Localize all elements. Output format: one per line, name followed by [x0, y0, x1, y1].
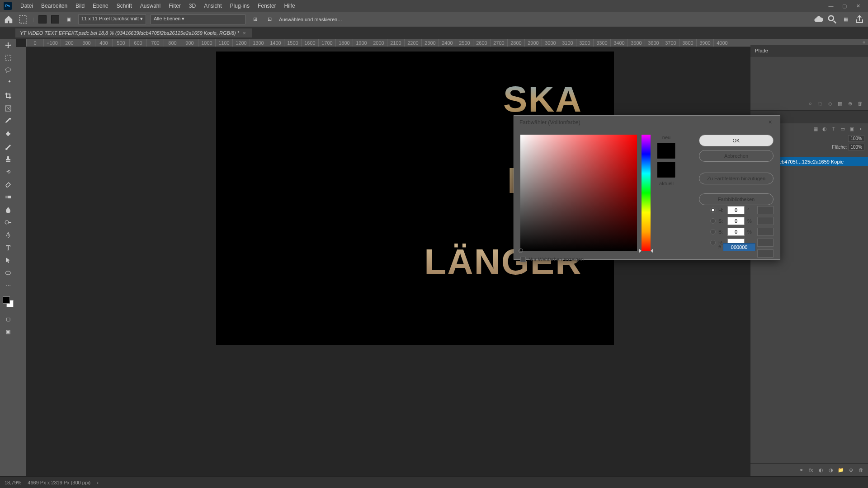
marquee-tool[interactable] — [2, 52, 14, 63]
new-layer-icon[interactable]: ⊕ — [847, 466, 854, 474]
type-tool[interactable] — [2, 242, 14, 253]
window-maximize[interactable]: ▢ — [838, 1, 851, 10]
filter-shape-icon[interactable]: ▭ — [839, 125, 846, 132]
stamp-tool[interactable] — [2, 154, 14, 164]
current-color-swatch[interactable] — [657, 162, 676, 178]
sample-size-dropdown[interactable]: 11 x 11 Pixel Durchschnitt ▾ — [78, 14, 146, 24]
hex-input[interactable] — [723, 243, 755, 251]
menu-filter[interactable]: Filter — [165, 3, 185, 9]
adjustment-icon[interactable]: ◑ — [827, 466, 835, 474]
home-icon[interactable] — [4, 14, 14, 24]
shape-tool[interactable] — [2, 267, 14, 278]
diamond-icon[interactable]: ◇ — [826, 100, 834, 107]
zoom-level[interactable]: 18,79% — [5, 480, 21, 485]
field-d[interactable] — [757, 239, 774, 247]
delete-icon[interactable]: 🗑 — [857, 466, 864, 474]
color-swatches[interactable] — [3, 296, 14, 307]
link-icon[interactable]: ⚭ — [797, 466, 805, 474]
hue-input[interactable] — [727, 206, 745, 214]
field-b[interactable] — [757, 217, 774, 225]
menu-fenster[interactable]: Fenster — [254, 3, 280, 9]
workspace-icon[interactable]: ▦ — [841, 14, 851, 24]
screenmode-tool[interactable]: ▣ — [2, 326, 14, 337]
heal-tool[interactable] — [2, 128, 14, 139]
sv-marker[interactable] — [519, 249, 523, 253]
field-a[interactable] — [757, 206, 774, 214]
mask-from-path-icon[interactable]: ▦ — [836, 100, 844, 107]
path-select-tool[interactable] — [2, 255, 14, 266]
menu-schrift[interactable]: Schrift — [113, 3, 136, 9]
mask-icon[interactable]: ◐ — [817, 466, 825, 474]
dialog-close-icon[interactable]: ✕ — [765, 118, 774, 127]
filter-pixel-icon[interactable]: ▦ — [812, 125, 819, 132]
cancel-button[interactable]: Abbrechen — [699, 150, 774, 162]
share-icon[interactable] — [854, 14, 864, 24]
folder-icon[interactable]: 📁 — [837, 466, 844, 474]
red-radio[interactable] — [710, 240, 716, 245]
quickmask-tool[interactable]: ▢ — [2, 314, 14, 324]
saturation-radio[interactable] — [710, 218, 716, 224]
window-minimize[interactable]: — — [825, 1, 837, 10]
search-icon[interactable] — [827, 14, 837, 24]
ok-button[interactable]: OK — [699, 135, 774, 146]
panel-collapse-bar[interactable]: « — [750, 39, 868, 45]
color-libraries-button[interactable]: Farbbibliotheken — [699, 193, 774, 205]
saturation-value-field[interactable] — [520, 135, 637, 251]
marquee-icon[interactable] — [18, 14, 28, 24]
field-c[interactable] — [757, 228, 774, 236]
add-selection-icon[interactable] — [51, 15, 59, 23]
brightness-radio[interactable] — [710, 229, 716, 235]
menu-3d[interactable]: 3D — [185, 3, 200, 9]
blur-tool[interactable] — [2, 204, 14, 215]
sample-layers-dropdown[interactable]: Alle Ebenen ▾ — [151, 14, 245, 24]
dialog-titlebar[interactable]: Farbwähler (Volltonfarbe) ✕ — [514, 116, 780, 129]
filter-smart-icon[interactable]: ▣ — [848, 125, 855, 132]
filter-adj-icon[interactable]: ◐ — [821, 125, 828, 132]
circle-icon[interactable]: ○ — [807, 100, 814, 107]
hue-slider-handle[interactable] — [639, 249, 653, 253]
status-arrow-icon[interactable]: › — [97, 480, 99, 485]
pen-tool[interactable] — [2, 230, 14, 240]
hand-tool[interactable]: ⋯ — [2, 280, 14, 291]
document-tab-close-icon[interactable]: × — [243, 30, 245, 36]
menu-hilfe[interactable]: Hilfe — [280, 3, 299, 9]
paths-panel-tab[interactable]: Pfade — [750, 45, 868, 56]
frame-tool[interactable] — [2, 103, 14, 114]
eyedropper-tool[interactable] — [2, 116, 14, 127]
gradient-tool[interactable] — [2, 192, 14, 202]
field-e[interactable] — [757, 249, 774, 258]
add-to-swatches-button[interactable]: Zu Farbfeldern hinzufügen — [699, 173, 774, 184]
canvas-viewport[interactable]: SKA LEB LÄNGER — [26, 47, 750, 476]
menu-ansicht[interactable]: Ansicht — [200, 3, 226, 9]
move-tool[interactable] — [2, 40, 14, 51]
options-icon-b[interactable]: ⊡ — [264, 14, 274, 24]
menu-auswahl[interactable]: Auswahl — [136, 3, 165, 9]
new-path-icon[interactable]: ⊕ — [846, 100, 854, 107]
menu-bearbeiten[interactable]: Bearbeiten — [37, 3, 71, 9]
fx-icon[interactable]: fx — [807, 466, 815, 474]
hue-radio[interactable] — [710, 207, 716, 213]
brush-tool[interactable] — [2, 141, 14, 152]
brightness-input[interactable] — [727, 228, 745, 236]
new-selection-icon[interactable] — [38, 15, 47, 23]
hue-slider[interactable] — [642, 135, 651, 251]
fill-value[interactable]: 100% — [848, 144, 864, 150]
eraser-tool[interactable] — [2, 179, 14, 190]
crop-tool[interactable] — [2, 90, 14, 101]
web-only-checkbox[interactable] — [520, 257, 526, 262]
dodge-tool[interactable] — [2, 217, 14, 228]
select-and-mask-button[interactable]: Auswählen und maskieren… — [279, 17, 342, 22]
lasso-tool[interactable] — [2, 65, 14, 76]
filter-toggle-icon[interactable]: • — [857, 125, 864, 132]
saturation-input[interactable] — [727, 217, 745, 225]
window-close[interactable]: ✕ — [852, 1, 864, 10]
wand-tool[interactable] — [2, 78, 14, 89]
history-brush-tool[interactable]: ⟲ — [2, 166, 14, 177]
menu-ebene[interactable]: Ebene — [89, 3, 113, 9]
subtract-selection-icon[interactable]: ▣ — [64, 14, 74, 24]
opacity-value[interactable]: 100% — [848, 135, 864, 142]
menu-bild[interactable]: Bild — [71, 3, 89, 9]
document-tab[interactable]: YT VIDEO TEXT EFFEKT.psdc bei 18,8 % (93… — [15, 28, 252, 38]
options-icon-a[interactable]: ⊞ — [250, 14, 260, 24]
path-icon[interactable]: ◌ — [816, 100, 824, 107]
